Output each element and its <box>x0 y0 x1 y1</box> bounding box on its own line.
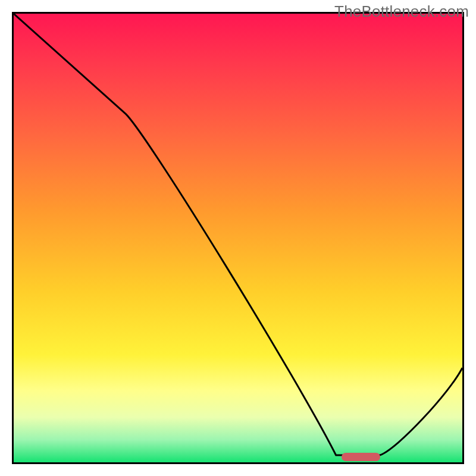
watermark-text: TheBottleneck.com <box>334 2 469 21</box>
bottleneck-chart: TheBottleneck.com <box>0 0 476 476</box>
optimal-range-marker <box>342 453 380 461</box>
bottleneck-curve <box>14 14 462 462</box>
curve-path <box>14 14 462 455</box>
plot-area <box>12 12 464 464</box>
